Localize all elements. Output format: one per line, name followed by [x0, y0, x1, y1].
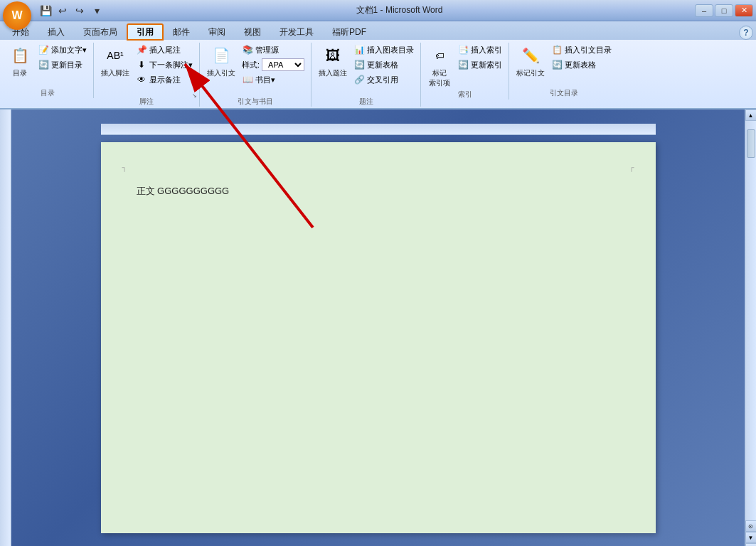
update-toa-button[interactable]: 🔄 更新表格 — [549, 58, 614, 72]
tab-review[interactable]: 审阅 — [199, 24, 235, 40]
footnote-expand[interactable]: ↘ — [192, 92, 198, 98]
insert-caption-button[interactable]: 🖼 插入题注 — [316, 43, 350, 80]
update-toa-label: 更新表格 — [565, 60, 596, 70]
insert-table-figures-label: 插入图表目录 — [367, 45, 414, 55]
group-toc-label: 目录 — [2, 88, 92, 98]
index-small-group: 📑 插入索引 🔄 更新索引 — [455, 43, 504, 82]
bibliography-label: 书目▾ — [255, 75, 275, 85]
captions-small-group: 📊 插入图表目录 🔄 更新表格 🔗 交叉引用 — [351, 43, 416, 97]
next-footnote-label: 下一条脚注▾ — [149, 60, 193, 70]
manage-sources-button[interactable]: 📚 管理源 — [240, 43, 307, 57]
insert-toa-icon: 📋 — [551, 44, 563, 55]
scroll-next-page-button[interactable]: ▼ — [745, 532, 757, 543]
insert-index-button[interactable]: 📑 插入索引 — [455, 43, 504, 57]
tab-page-layout[interactable]: 页面布局 — [74, 24, 127, 40]
tab-foxit[interactable]: 福昕PDF — [323, 24, 376, 40]
style-selector: 样式: APA MLA — [240, 58, 307, 72]
toc-button[interactable]: 📋 目录 — [6, 43, 34, 80]
group-authorities: ✏️ 标记引文 📋 插入引文目录 🔄 更新表格 引文目录 — [511, 43, 618, 98]
manage-sources-label: 管理源 — [255, 45, 279, 55]
scroll-prev-page-button[interactable]: ⊙ — [745, 520, 757, 532]
office-button[interactable]: W — [3, 1, 31, 30]
citations-small-group: 📚 管理源 样式: APA MLA 📖 书目▾ — [240, 43, 307, 97]
cross-reference-label: 交叉引用 — [367, 75, 398, 85]
scroll-down-button[interactable]: ▼ — [745, 543, 757, 546]
tab-insert[interactable]: 插入 — [38, 24, 74, 40]
group-captions-label: 题注 — [312, 97, 420, 107]
update-toc-button[interactable]: 🔄 更新目录 — [36, 58, 89, 72]
group-index: 🏷 标记索引项 📑 插入索引 🔄 更新索引 索引 — [422, 43, 509, 100]
title-bar-left: W 💾 ↩ ↪ ▾ — [3, 4, 104, 18]
group-toc: 📋 目录 📝 添加文字▾ 🔄 更新目录 目录 — [3, 43, 94, 98]
title-bar: W 💾 ↩ ↪ ▾ 文档1 - Microsoft Word – □ ✕ — [0, 0, 756, 21]
update-toc-label: 更新目录 — [51, 60, 82, 70]
vertical-scrollbar[interactable]: ▲ ⊙ ▼ ▼ — [745, 109, 756, 546]
undo-button[interactable]: ↩ — [55, 4, 70, 18]
insert-citation-button[interactable]: 📄 插入引文 — [204, 43, 238, 80]
group-index-label: 索引 — [422, 90, 508, 100]
tab-references[interactable]: 引用 — [127, 23, 164, 41]
add-text-button[interactable]: 📝 添加文字▾ — [36, 43, 89, 57]
tab-view[interactable]: 视图 — [235, 24, 270, 40]
scroll-up-button[interactable]: ▲ — [745, 109, 757, 121]
mark-entry-button[interactable]: 🏷 标记索引项 — [425, 43, 454, 90]
manage-sources-icon: 📚 — [242, 44, 253, 55]
scroll-bottom-buttons: ⊙ ▼ ▼ — [745, 520, 757, 546]
cross-reference-button[interactable]: 🔗 交叉引用 — [351, 73, 416, 87]
scroll-thumb[interactable] — [747, 129, 755, 158]
save-button[interactable]: 💾 — [38, 4, 53, 18]
group-captions: 🖼 插入题注 📊 插入图表目录 🔄 更新表格 🔗 交叉引用 — [313, 43, 421, 107]
footnote-small-group: 📌 插入尾注 ⬇ 下一条脚注▾ 👁 显示备注 — [134, 43, 195, 97]
toc-label: 目录 — [13, 68, 27, 78]
next-footnote-button[interactable]: ⬇ 下一条脚注▾ — [134, 58, 195, 72]
help-button[interactable]: ? — [739, 26, 753, 40]
show-notes-button[interactable]: 👁 显示备注 — [134, 73, 195, 87]
minimize-button[interactable]: – — [695, 4, 713, 17]
close-button[interactable]: ✕ — [735, 4, 753, 17]
show-notes-icon: 👁 — [136, 74, 147, 85]
group-footnote-label: 脚注 — [95, 97, 198, 107]
update-index-button[interactable]: 🔄 更新索引 — [455, 58, 504, 72]
style-dropdown[interactable]: APA MLA — [262, 58, 304, 71]
restore-button[interactable]: □ — [715, 4, 733, 17]
cross-reference-icon: 🔗 — [353, 74, 365, 85]
tab-developer[interactable]: 开发工具 — [270, 24, 323, 40]
show-notes-label: 显示备注 — [149, 75, 181, 85]
mark-entry-icon: 🏷 — [428, 44, 451, 67]
insert-table-figures-button[interactable]: 📊 插入图表目录 — [351, 43, 416, 57]
body-text: 正文 GGGGGGGGGG — [137, 186, 230, 196]
insert-toa-label: 插入引文目录 — [565, 45, 612, 55]
insert-footnote-button[interactable]: AB¹ 插入脚注 — [98, 43, 132, 80]
next-footnote-icon: ⬇ — [136, 59, 147, 70]
insert-footnote-label: 插入脚注 — [101, 68, 129, 78]
update-table-label: 更新表格 — [367, 60, 398, 70]
redo-button[interactable]: ↪ — [73, 4, 87, 18]
insert-index-icon: 📑 — [457, 44, 469, 55]
tab-mailings[interactable]: 邮件 — [164, 24, 199, 40]
bibliography-button[interactable]: 📖 书目▾ — [240, 73, 307, 87]
style-label: 样式: — [242, 60, 260, 70]
insert-table-figures-icon: 📊 — [353, 44, 365, 55]
customize-button[interactable]: ▾ — [90, 4, 104, 18]
insert-citation-icon: 📄 — [210, 44, 233, 67]
group-footnote: AB¹ 插入脚注 📌 插入尾注 ⬇ 下一条脚注▾ 👁 显示备注 — [95, 43, 200, 107]
ribbon-content: 📋 目录 📝 添加文字▾ 🔄 更新目录 目录 — [0, 40, 756, 108]
horizontal-ruler — [101, 124, 656, 135]
update-table-button[interactable]: 🔄 更新表格 — [351, 58, 416, 72]
mark-citation-button[interactable]: ✏️ 标记引文 — [513, 43, 548, 80]
document-page[interactable]: ┐ ┌ 正文 GGGGGGGGGG — [101, 142, 656, 533]
update-index-icon: 🔄 — [457, 59, 469, 70]
update-index-label: 更新索引 — [471, 60, 502, 70]
title-text: 文档1 - Microsoft Word — [104, 4, 695, 16]
quick-access-toolbar: 💾 ↩ ↪ ▾ — [38, 4, 104, 18]
toc-small-group: 📝 添加文字▾ 🔄 更新目录 — [36, 43, 89, 82]
update-toc-icon: 🔄 — [38, 59, 49, 70]
insert-endnote-icon: 📌 — [136, 44, 147, 55]
scroll-track[interactable] — [747, 122, 755, 519]
page-content[interactable]: 正文 GGGGGGGGGG — [137, 171, 620, 198]
insert-toa-button[interactable]: 📋 插入引文目录 — [549, 43, 614, 57]
insert-endnote-button[interactable]: 📌 插入尾注 — [134, 43, 195, 57]
mark-citation-label: 标记引文 — [516, 68, 545, 78]
document-area[interactable]: ┐ ┌ 正文 GGGGGGGGGG — [11, 109, 745, 546]
update-toa-icon: 🔄 — [551, 59, 563, 70]
